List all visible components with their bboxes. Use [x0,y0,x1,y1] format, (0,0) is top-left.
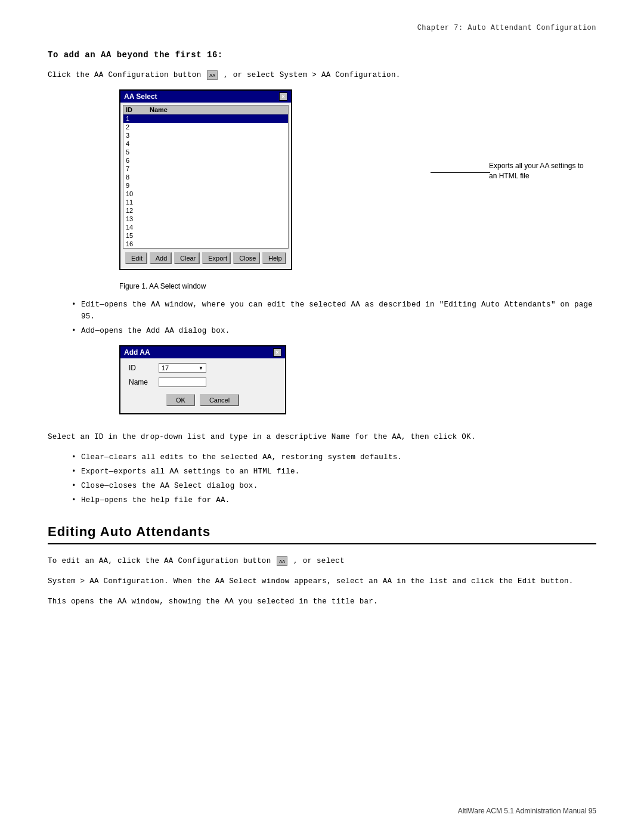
table-row[interactable]: 6 [123,156,288,165]
section-heading: To add an AA beyond the first 16: [48,50,596,60]
add-aa-id-value: 17 [162,364,169,371]
add-aa-id-label: ID [129,364,159,372]
chapter-heading: Editing Auto Attendants [48,524,596,544]
aa-select-titlebar: AA Select × [120,91,291,103]
table-row[interactable]: 13 [123,215,288,223]
bullet-list-edit-add: Edit—opens the AA window, where you can … [72,299,596,337]
section2-text2: System > AA Configuration. When the AA S… [48,575,596,587]
bullet-item-close: Close—closes the AA Select dialog box. [72,480,596,492]
dropdown-arrow-icon: ▼ [199,366,203,371]
aa-help-button[interactable]: Help [262,252,286,264]
page-container: Chapter 7: Auto Attendant Configuration … [0,0,644,652]
aa-add-button[interactable]: Add [150,252,172,264]
table-row[interactable]: 9 [123,181,288,190]
figure-caption: Figure 1. AA Select window [119,282,596,290]
aa-config-icon-2: AA [277,556,287,566]
add-aa-id-select[interactable]: 17 ▼ [159,363,206,373]
table-row[interactable]: 8 [123,173,288,181]
aa-clear-button[interactable]: Clear [174,252,200,264]
table-row[interactable]: 2 [123,123,288,131]
aa-select-close-button[interactable]: × [279,92,287,101]
table-row[interactable]: 14 [123,223,288,231]
add-aa-buttons: OK Cancel [123,392,283,411]
page-header: Chapter 7: Auto Attendant Configuration [48,24,596,32]
aa-config-icon: AA [207,70,218,80]
table-row[interactable]: 16 [123,240,288,248]
add-aa-close-button[interactable]: × [273,348,281,357]
callout-line [431,172,490,173]
add-aa-name-label: Name [129,378,159,386]
section2-text1: To edit an AA, click the AA Configuratio… [48,555,596,567]
table-row[interactable]: 5 [123,148,288,156]
bullet-item-help: Help—opens the help file for AA. [72,494,596,506]
table-row[interactable]: 4 [123,140,288,148]
bullet-item-export: Export—exports all AA settings to an HTM… [72,466,596,478]
add-aa-titlebar: Add AA × [120,346,285,358]
aa-select-content: ID Name 1 2 3 4 5 6 7 8 9 10 [120,103,291,269]
aa-select-dialog: AA Select × ID Name 1 [119,89,292,270]
col-name-header: Name [150,106,286,113]
table-row[interactable]: 15 [123,231,288,240]
bullet-item-edit: Edit—opens the AA window, where you can … [72,299,596,323]
intro-text: Click the AA Configuration button AA , o… [48,69,596,81]
add-aa-name-input[interactable] [159,377,206,387]
aa-select-title: AA Select [124,92,157,101]
table-row[interactable]: 1 [123,114,288,123]
callout-text: Exports all your AA settings to an HTML … [489,161,584,181]
aa-select-table-header: ID Name [123,106,288,114]
add-aa-ok-button[interactable]: OK [166,394,195,406]
add-aa-cancel-button[interactable]: Cancel [200,394,239,406]
table-row[interactable]: 12 [123,206,288,215]
aa-select-diagram: AA Select × ID Name 1 [48,89,596,276]
aa-edit-button[interactable]: Edit [125,252,147,264]
table-row[interactable]: 10 [123,190,288,198]
select-id-text: Select an ID in the drop-down list and t… [48,431,596,443]
table-row[interactable]: 11 [123,198,288,206]
aa-select-table: ID Name 1 2 3 4 5 6 7 8 9 10 [123,105,289,249]
col-id-header: ID [126,106,150,113]
add-aa-id-field: ID 17 ▼ [123,363,283,373]
page-footer: AltiWare ACM 5.1 Administration Manual 9… [458,807,596,815]
add-aa-title: Add AA [124,348,150,357]
bullet-item-add: Add—opens the Add AA dialog box. [72,325,596,337]
aa-export-button[interactable]: Export [202,252,231,264]
bullet-list-clear: Clear—clears all edits to the selected A… [72,451,596,506]
add-aa-name-field: Name [123,377,283,387]
table-row[interactable]: 3 [123,131,288,140]
section2-text3: This opens the AA window, showing the AA… [48,596,596,608]
add-aa-dialog: Add AA × ID 17 ▼ Name OK Cancel [119,345,286,414]
bullet-item-clear: Clear—clears all edits to the selected A… [72,451,596,463]
add-aa-content: ID 17 ▼ Name OK Cancel [120,358,285,413]
table-row[interactable]: 7 [123,165,288,173]
header-text: Chapter 7: Auto Attendant Configuration [417,24,596,32]
aa-select-buttons: Edit Add Clear Export Close Help [123,250,289,267]
aa-close-button[interactable]: Close [233,252,260,264]
